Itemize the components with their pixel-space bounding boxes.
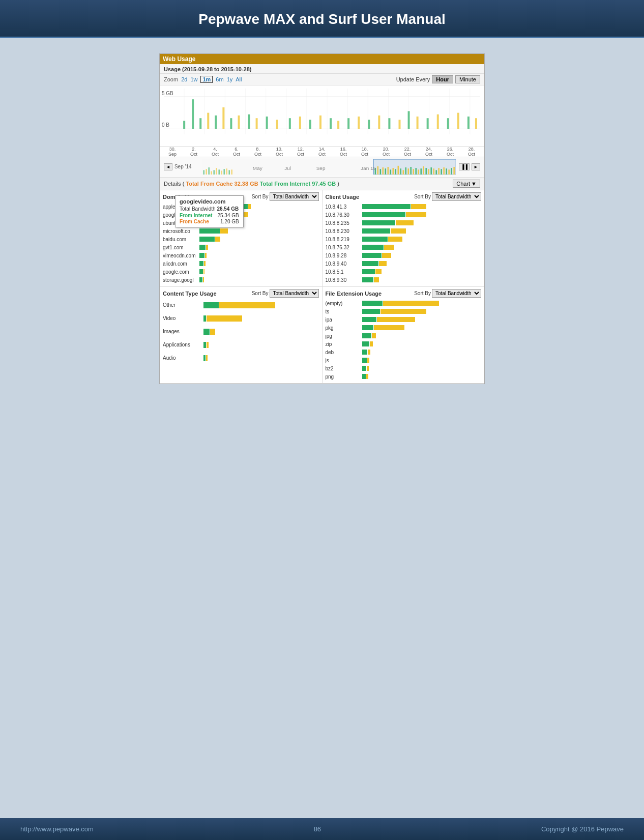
page-title: Pepwave MAX and Surf User Manual [20,11,624,27]
svg-rect-69 [390,169,391,175]
svg-rect-38 [378,115,380,129]
svg-rect-90 [443,167,444,175]
list-item: 10.8.9.30 [326,276,482,283]
zoom-all[interactable]: All [236,76,242,82]
svg-rect-73 [400,168,401,175]
svg-rect-27 [266,117,268,129]
mini-scroll-right[interactable]: ▐▐ [459,163,470,170]
content-type-list: Other Video Images [163,300,319,363]
svg-rect-33 [330,118,332,129]
panel-title: Web Usage [163,55,195,63]
svg-rect-19 [199,118,201,129]
list-item: 10.8.9.28 [326,252,482,259]
footer-link[interactable]: http://www.pepwave.com [20,825,94,833]
content-type-label: Content Type Usage [163,291,217,297]
list-item: 10.8.76.32 [326,244,482,251]
domain-sort: Sort By Total Bandwidth [252,192,319,201]
details-header: Details ( Total From Cache 32.38 GB Tota… [160,178,484,190]
list-item: alicdn.com [163,260,319,267]
footer-copyright: Copyright @ 2016 Pepwave [541,825,624,833]
svg-rect-28 [276,120,278,129]
svg-rect-92 [448,169,449,175]
list-item: google.com [163,268,319,275]
svg-rect-81 [420,168,421,175]
client-sort-select[interactable]: Total Bandwidth [432,192,481,201]
update-minute-btn[interactable]: Minute [455,75,480,83]
zoom-1y[interactable]: 1y [227,76,233,82]
list-item: googlevideo. [163,211,319,218]
svg-rect-17 [183,121,185,129]
x-label: 2.Oct [185,147,202,157]
y-label-5gb: 5 GB [162,91,173,96]
svg-rect-21 [215,115,217,129]
content-type-header: Content Type Usage Sort By Total Bandwid… [163,289,319,298]
svg-rect-65 [379,169,380,175]
content-sort-select[interactable]: Total Bandwidth [270,289,319,298]
cache-value: 32.38 GB [235,181,258,187]
svg-rect-72 [397,165,398,174]
svg-rect-88 [438,168,439,175]
page-footer: http://www.pepwave.com 86 Copyright @ 20… [0,818,644,840]
svg-rect-85 [430,167,431,175]
svg-text:Jan 15: Jan 15 [361,166,376,171]
domain-usage-label: Domain Usage [163,194,201,200]
svg-rect-35 [347,118,349,129]
svg-rect-26 [256,118,258,129]
list-item: js [326,357,482,364]
x-label: 10.Oct [271,147,288,157]
cache-label: Total From Cache [186,181,232,187]
list-item: vimeocdn.com [163,252,319,259]
svg-rect-34 [337,121,339,129]
list-item: 10.8.8.230 [326,227,482,235]
content-sort: Sort By Total Bandwidth [252,289,319,298]
svg-text:May: May [253,166,262,171]
svg-rect-42 [417,117,419,129]
mini-scroll-end[interactable]: ► [472,163,480,170]
list-item: storage.googl [163,276,319,283]
svg-rect-70 [392,168,393,175]
svg-rect-55 [216,168,217,175]
mini-chart: May Jul Sep Jan 15 [202,159,456,175]
domain-client-row: Domain Usage Sort By Total Bandwidth goo… [160,190,484,287]
main-chart-area: 5 GB 0 B [160,85,484,147]
svg-rect-37 [368,120,370,129]
zoom-6m[interactable]: 6m [216,76,223,82]
usage-range: Usage (2015-09-28 to 2015-10-28) [160,64,484,74]
page-header: Pepwave MAX and Surf User Manual [0,0,644,38]
x-label: 26.Oct [442,147,459,157]
svg-rect-51 [206,169,207,175]
svg-rect-30 [299,117,301,129]
list-item: gvt1.com [163,244,319,251]
list-item: bz2 [326,365,482,372]
list-item: zip [326,340,482,347]
file-sort-select[interactable]: Total Bandwidth [432,289,481,298]
domain-usage-col: Domain Usage Sort By Total Bandwidth goo… [160,190,323,286]
svg-rect-87 [435,170,436,175]
svg-rect-78 [413,169,414,175]
svg-rect-61 [231,169,232,175]
svg-rect-48 [475,118,477,129]
list-item: 10.8.8.219 [326,236,482,243]
list-item: (empty) [326,300,482,307]
zoom-2d[interactable]: 2d [181,76,187,82]
x-label: 4.Oct [207,147,224,157]
zoom-label: Zoom [164,76,178,82]
zoom-1w[interactable]: 1w [190,76,197,82]
zoom-1m[interactable]: 1m [200,76,213,83]
list-item: ipa [326,316,482,323]
svg-rect-86 [433,168,434,175]
content-file-row: Content Type Usage Sort By Total Bandwid… [160,287,484,384]
update-hour-btn[interactable]: Hour [432,75,453,83]
internet-value: 97.45 GB [312,181,336,187]
chart-button[interactable]: Chart ▼ [453,180,480,188]
zoom-bar: Zoom 2d 1w 1m 6m 1y All Update Every Hou… [160,74,484,85]
domain-sort-select[interactable]: Total Bandwidth [270,192,319,201]
client-sort: Sort By Total Bandwidth [414,192,481,201]
svg-rect-46 [457,113,459,129]
mini-scroll-left[interactable]: ◄ [164,163,172,170]
web-usage-panel: Web Usage Usage (2015-09-28 to 2015-10-2… [159,53,485,384]
x-label: 20.Oct [377,147,395,157]
svg-rect-36 [358,117,360,129]
list-item: apple.com [163,203,319,210]
client-usage-col: Client Usage Sort By Total Bandwidth 10.… [323,190,485,286]
